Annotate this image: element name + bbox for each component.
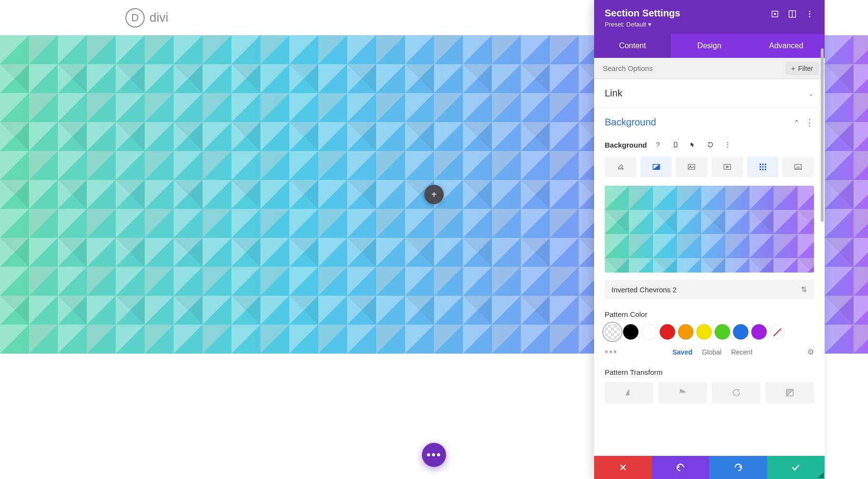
panel-body: Link ⌄ Background ⌃ ⋮ Background ? (594, 79, 825, 456)
select-arrows-icon: ⇅ (801, 285, 807, 294)
undo-button[interactable] (652, 456, 710, 479)
background-label: Background (605, 141, 647, 149)
section-background-title: Background (605, 117, 656, 128)
add-module-button[interactable]: + (424, 185, 444, 204)
transform-invert[interactable] (765, 382, 814, 403)
panel-tabs: Content Design Advanced (594, 34, 825, 58)
panel-scrollbar[interactable] (821, 79, 824, 222)
svg-point-4 (809, 11, 811, 12)
svg-point-9 (622, 168, 623, 169)
svg-point-6 (809, 16, 811, 17)
section-link-title: Link (605, 88, 623, 99)
pattern-color-label: Pattern Color (605, 310, 814, 318)
panel-menu-icon[interactable] (805, 10, 814, 18)
bg-type-color[interactable] (605, 157, 637, 177)
swatch-transparent[interactable] (605, 324, 620, 340)
swatch-none[interactable] (770, 324, 785, 340)
panel-search-row: + Filter (594, 58, 825, 79)
pattern-transform-label: Pattern Transform (605, 368, 814, 376)
svg-point-1 (774, 14, 776, 15)
panel-layout-icon[interactable] (788, 10, 797, 18)
panel-header: Section Settings Preset: Default ▾ (594, 0, 825, 34)
section-link[interactable]: Link ⌄ (594, 79, 825, 108)
swatch-red[interactable] (660, 324, 675, 340)
transform-row (605, 382, 814, 403)
palette-tab-recent[interactable]: Recent (731, 348, 752, 356)
resize-handle-icon[interactable] (818, 472, 824, 478)
transform-flip-h[interactable] (605, 382, 653, 403)
swatch-orange[interactable] (678, 324, 693, 340)
swatch-blue[interactable] (733, 324, 748, 340)
divi-logo[interactable]: D divi (125, 8, 168, 27)
svg-rect-18 (762, 166, 763, 168)
palette-settings-icon[interactable]: ⚙ (807, 347, 814, 356)
hover-icon[interactable] (687, 138, 699, 151)
expand-icon[interactable] (771, 10, 779, 18)
mobile-icon[interactable] (669, 138, 682, 151)
svg-rect-15 (762, 164, 763, 165)
palette-row: ••• Saved Global Recent ⚙ (605, 346, 814, 357)
more-icon[interactable]: ⋮ (721, 138, 734, 151)
tab-advanced[interactable]: Advanced (748, 34, 825, 58)
redo-button[interactable] (709, 456, 767, 479)
palette-tab-global[interactable]: Global (702, 348, 721, 356)
plus-icon: + (791, 65, 795, 72)
svg-rect-20 (760, 169, 761, 170)
tab-content[interactable]: Content (594, 34, 671, 58)
palette-tab-saved[interactable]: Saved (672, 348, 692, 356)
svg-rect-17 (760, 166, 761, 168)
help-icon[interactable]: ? (652, 138, 665, 151)
bg-type-pattern[interactable] (747, 157, 779, 177)
swatch-green[interactable] (715, 324, 730, 340)
svg-rect-19 (764, 166, 766, 168)
save-button[interactable] (767, 456, 825, 479)
floating-menu-button[interactable]: ••• (422, 443, 446, 467)
swatch-purple[interactable] (751, 324, 767, 340)
settings-panel: Section Settings Preset: Default ▾ Conte… (594, 0, 825, 479)
search-input[interactable] (603, 64, 786, 72)
section-menu-icon[interactable]: ⋮ (805, 117, 814, 128)
preset-dropdown[interactable]: Preset: Default ▾ (605, 21, 680, 28)
tab-design[interactable]: Design (671, 34, 747, 58)
bg-type-mask[interactable] (782, 157, 814, 177)
filter-label: Filter (798, 65, 813, 72)
section-canvas-right (825, 35, 868, 354)
chevron-up-icon: ⌃ (794, 119, 800, 126)
swatch-black[interactable] (623, 324, 638, 340)
panel-title: Section Settings (605, 8, 680, 19)
section-background-content: Background ? ⋮ (594, 138, 825, 413)
svg-rect-16 (764, 164, 766, 165)
section-background-header[interactable]: Background ⌃ ⋮ (594, 108, 825, 132)
swatch-yellow[interactable] (696, 324, 712, 340)
divi-logo-text: divi (149, 10, 168, 25)
cancel-button[interactable] (594, 456, 652, 479)
svg-rect-22 (764, 169, 766, 170)
chevron-down-icon: ⌄ (808, 90, 814, 97)
transform-flip-v[interactable] (658, 382, 707, 403)
divi-logo-icon: D (125, 8, 145, 27)
swatch-row (605, 324, 814, 340)
pattern-select[interactable]: Inverted Chevrons 2 ⇅ (605, 279, 814, 300)
svg-rect-21 (762, 169, 763, 170)
background-preview (605, 186, 814, 273)
bg-type-video[interactable] (711, 157, 743, 177)
transform-rotate[interactable] (712, 382, 760, 403)
panel-actions (594, 456, 825, 479)
background-type-row (605, 157, 814, 177)
reset-icon[interactable] (704, 138, 717, 151)
bg-type-image[interactable] (676, 157, 707, 177)
palette-more-icon[interactable]: ••• (605, 346, 618, 357)
swatch-white[interactable] (641, 324, 657, 340)
svg-rect-14 (760, 164, 761, 165)
filter-button[interactable]: + Filter (786, 62, 819, 75)
svg-point-5 (809, 14, 811, 15)
pattern-select-value: Inverted Chevrons 2 (611, 286, 677, 294)
bg-type-gradient[interactable] (640, 157, 672, 177)
